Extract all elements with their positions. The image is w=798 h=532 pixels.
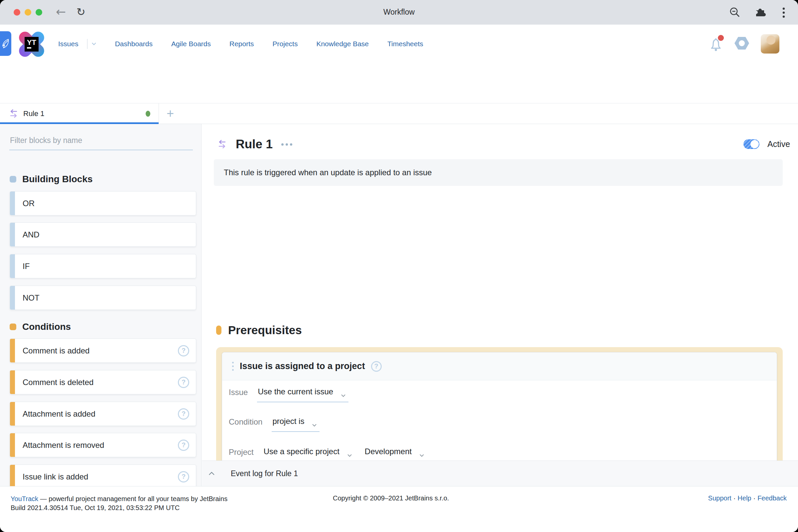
condition-issue-link-is-added[interactable]: Issue link is added ? [10,464,196,486]
menu-item-issues[interactable]: Issues [58,39,96,49]
footer-separator: · [751,494,757,502]
navbar-right-controls [709,25,779,63]
block-and[interactable]: AND [10,223,196,247]
menu-label-issues: Issues [58,40,78,48]
block-title: Issue is assigned to a project [240,361,365,372]
help-link[interactable]: Help [738,494,751,502]
footer-links: Support·Help·Feedback [708,494,787,502]
browser-menu-kebab-icon[interactable] [782,7,785,20]
prerequisite-block: Issue is assigned to a project ? Issue U… [222,352,777,472]
select-value: Development [365,447,412,456]
block-label: OR [23,199,35,208]
section-title: Conditions [22,322,71,332]
rule-more-icon[interactable] [281,143,292,146]
block-or[interactable]: OR [10,191,196,215]
help-icon[interactable]: ? [178,377,189,388]
menu-item-reports[interactable]: Reports [229,40,254,48]
browser-search-icon[interactable] [729,6,741,20]
condition-attachment-is-added[interactable]: Attachment is added ? [10,402,196,426]
condition-comment-is-deleted[interactable]: Comment is deleted ? [10,370,196,394]
help-icon[interactable]: ? [178,408,189,420]
event-log-label: Event log for Rule 1 [231,469,298,478]
footer-build-info: Build 2021.4.30514 Tue, Oct 19, 2021, 03… [11,504,227,512]
issues-menu-divider [87,39,88,49]
support-link[interactable]: Support [708,494,732,502]
rule-header: Rule 1 [217,137,292,151]
browser-extensions-icon[interactable] [754,6,767,20]
block-label: Issue link is added [23,472,88,481]
condition-attachment-is-removed[interactable]: Attachment is removed ? [10,433,196,457]
footer-tagline: — powerful project management for all yo… [40,495,228,502]
browser-reload-button[interactable]: ↻ [76,5,86,19]
help-icon[interactable]: ? [371,361,382,372]
project-name-select[interactable]: Development [364,447,427,462]
settings-gear-icon[interactable] [734,36,749,52]
youtrack-logo[interactable]: YT [19,28,44,60]
drag-handle-icon[interactable] [232,362,234,371]
chevron-down-icon [341,390,346,399]
active-toggle[interactable] [743,139,759,149]
issue-row: Issue Use the current issue [229,387,348,402]
chevron-down-icon [312,420,317,429]
building-blocks-heading: Building Blocks [10,174,93,185]
conditions-heading: Conditions [10,322,71,332]
section-bullet [10,176,16,183]
browser-back-button[interactable]: ← [56,5,66,19]
notifications-bell-icon[interactable] [709,36,723,52]
menu-item-dashboards[interactable]: Dashboards [115,40,153,48]
menu-label: Timesheets [387,40,423,48]
project-mode-select[interactable]: Use a specific project [263,447,355,462]
section-title: Building Blocks [22,174,93,185]
on-change-rule-icon [217,140,227,149]
user-avatar[interactable] [761,34,779,54]
event-log-bar[interactable]: Event log for Rule 1 [202,460,798,486]
help-icon[interactable]: ? [178,345,189,357]
app-navbar: YT Issues Dashboards Agile Boards Report… [0,25,798,63]
browser-chrome: ← ↻ Workflow [0,0,798,25]
filter-blocks-input[interactable] [9,136,193,150]
help-icon[interactable]: ? [178,440,189,451]
tab-rule-1[interactable]: Rule 1 [0,103,159,124]
help-icon[interactable]: ? [178,471,189,482]
menu-item-projects[interactable]: Projects [273,40,298,48]
add-rule-button[interactable]: + [162,103,178,124]
menu-item-timesheets[interactable]: Timesheets [387,40,423,48]
main-menu: Issues Dashboards Agile Boards Reports P… [58,25,423,63]
menu-label: Reports [229,40,254,48]
logo-letters: YT [27,38,37,46]
rule-title: Rule 1 [236,137,273,151]
menu-item-agile-boards[interactable]: Agile Boards [171,40,211,48]
youtrack-link[interactable]: YouTrack [11,495,38,502]
on-change-rule-icon [8,109,19,120]
block-label: AND [23,230,40,240]
menu-label: Agile Boards [171,40,211,48]
zoom-window-button[interactable] [36,9,42,16]
condition-comment-is-added[interactable]: Comment is added ? [10,339,196,363]
footer-separator: · [732,494,738,502]
minimize-window-button[interactable] [25,9,31,16]
chevron-down-icon [347,450,352,459]
block-if[interactable]: IF [10,254,196,278]
browser-tab-title: Workflow [383,8,415,17]
footer-copyright: Copyright © 2009–2021 JetBrains s.r.o. [333,494,449,502]
pinned-extension-feather-icon[interactable] [0,31,11,56]
block-label: NOT [23,293,40,303]
block-label: Attachment is removed [23,440,104,450]
close-window-button[interactable] [14,9,20,16]
field-label: Condition [229,417,262,426]
condition-select[interactable]: project is [272,417,320,432]
menu-item-knowledge-base[interactable]: Knowledge Base [316,40,369,48]
feedback-link[interactable]: Feedback [757,494,787,502]
notification-badge [718,35,724,41]
section-bullet [10,324,16,330]
browser-window: ← ↻ Workflow YT [0,0,798,532]
block-label: IF [23,262,30,271]
condition-row: Condition project is [229,417,320,432]
block-not[interactable]: NOT [10,286,196,310]
active-toggle-label: Active [767,139,790,149]
rule-active-toggle-wrap: Active [743,139,790,149]
footer-product-info: YouTrack — powerful project management f… [11,494,227,512]
chevron-up-icon [208,472,215,475]
rule-tabbar: Rule 1 + [0,103,798,124]
issue-select[interactable]: Use the current issue [257,387,348,402]
